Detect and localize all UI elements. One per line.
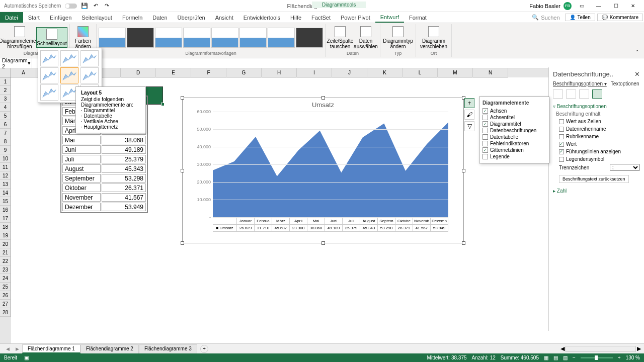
chart-element-option[interactable]: Fehlerindikatoren [482,140,546,147]
label-option[interactable]: Legendensymbol [553,155,640,163]
row-header-17[interactable]: 17 [0,214,11,223]
maximize-icon[interactable]: ☐ [609,1,623,11]
row-header-14[interactable]: 14 [0,189,11,197]
switch-row-col-button[interactable]: Zeile/Spalte tauschen [328,25,353,50]
section-label-options[interactable]: ▿ Beschriftungsoptionen [553,104,640,109]
label-option[interactable]: Führungslinien anzeigen [553,148,640,155]
ribbon-display-icon[interactable]: ▭ [575,1,589,11]
tab-daten[interactable]: Daten [147,12,172,23]
row-header-8[interactable]: 8 [0,137,11,146]
zoom-slider[interactable] [581,357,613,358]
table-cell[interactable]: 26.371 [102,184,146,192]
row-header-11[interactable]: 11 [0,163,11,171]
chart-element-option[interactable]: Datenbeschriftungen [482,127,546,134]
label-option[interactable]: Wert aus Zellen [553,118,640,125]
name-box[interactable]: Diagramm 2▾ [0,57,32,69]
label-option[interactable]: Datenreihenname [553,125,640,133]
table-cell[interactable]: Juli [62,155,101,163]
chart-element-option[interactable]: Legende [482,153,546,160]
tab-überprüfen[interactable]: Überprüfen [173,12,210,23]
table-cell[interactable]: Dezember [62,203,101,211]
chart-elements-flyout[interactable]: Diagrammelemente AchsenAchsentitelDiagra… [479,97,549,163]
tab-factset[interactable]: FactSet [306,12,336,23]
table-cell[interactable]: September [62,174,101,183]
layout-thumb-2[interactable] [60,50,78,66]
chart-element-option[interactable]: Datentabelle [482,134,546,140]
col-header-N[interactable]: N [473,68,508,77]
row-header-26[interactable]: 26 [0,291,11,300]
sheet-nav-prev[interactable]: ◀ [3,346,13,351]
label-options-icon[interactable] [592,89,602,99]
checkbox[interactable] [482,154,488,159]
row-header-2[interactable]: 2 [0,86,11,95]
row-header-1[interactable]: 1 [0,77,11,86]
tab-datei[interactable]: Datei [0,12,23,23]
table-cell[interactable]: November [62,193,101,202]
chart-element-option[interactable]: Diagrammtitel [482,121,546,127]
layout-thumb-3[interactable] [80,50,99,66]
row-header-22[interactable]: 22 [0,257,11,265]
col-header-A[interactable]: A [11,68,36,77]
autosave-toggle[interactable] [65,4,77,9]
checkbox[interactable] [559,149,564,154]
row-header-9[interactable]: 9 [0,146,11,154]
chart-object[interactable]: Umsatz -10.00020.00030.00040.00050.00060… [182,98,464,243]
change-chart-type-button[interactable]: Diagrammtyp ändern [382,25,414,50]
tab-ansicht[interactable]: Ansicht [210,12,238,23]
row-header-16[interactable]: 16 [0,206,11,214]
chart-element-option[interactable]: Achsentitel [482,114,546,121]
checkbox[interactable] [559,119,564,124]
tab-einfügen[interactable]: Einfügen [45,12,76,23]
chart-style-6[interactable] [239,28,267,48]
table-cell[interactable]: 53.949 [102,203,146,211]
chart-style-4[interactable] [183,28,210,48]
row-header-25[interactable]: 25 [0,283,11,291]
chart-style-1[interactable] [99,28,126,48]
checkbox[interactable] [559,127,564,132]
close-icon[interactable]: ✕ [626,1,640,11]
chart-plot-area[interactable]: -10.00020.00030.00040.00050.00060.000 [213,112,448,217]
col-header-F[interactable]: F [191,68,226,77]
table-cell[interactable]: Oktober [62,184,101,192]
macro-record-icon[interactable]: ▣ [24,355,29,360]
col-header-E[interactable]: E [156,68,191,77]
row-header-12[interactable]: 12 [0,171,11,180]
row-header-3[interactable]: 3 [0,95,11,103]
tab-entwurf[interactable]: Entwurf [375,12,404,23]
select-all-corner[interactable] [0,68,11,77]
effects-icon[interactable] [566,89,576,99]
checkbox[interactable] [482,134,488,140]
label-option[interactable]: Rubrikenname [553,133,640,140]
tab-entwicklertools[interactable]: Entwicklertools [238,12,285,23]
table-cell[interactable]: 53.298 [102,174,146,183]
chart-element-option[interactable]: Gitternetzlinien [482,147,546,153]
select-data-button[interactable]: Daten auswählen [354,25,378,50]
checkbox[interactable] [482,128,488,133]
layout-thumb-7[interactable] [40,84,58,101]
row-header-7[interactable]: 7 [0,129,11,137]
table-cell[interactable]: Juni [62,145,101,154]
checkbox[interactable] [482,147,488,153]
row-header-20[interactable]: 20 [0,240,11,248]
change-colors-button[interactable]: Farben ändern [72,25,94,50]
table-cell[interactable]: Mai [62,136,101,144]
checkbox[interactable] [559,134,564,139]
table-cell[interactable]: August [62,164,101,173]
view-normal-icon[interactable]: ▦ [544,355,548,360]
checkbox[interactable] [482,115,488,120]
redo-icon[interactable]: ↷ [103,3,110,10]
share-button[interactable]: 👤 Teilen [565,14,595,21]
sheet-nav-next[interactable]: ▶ [13,346,22,351]
layout-thumb-5[interactable] [60,67,78,83]
row-header-5[interactable]: 5 [0,112,11,120]
search-box[interactable]: 🔍 Suchen [532,14,559,21]
tab-format[interactable]: Format [404,12,432,23]
row-header-6[interactable]: 6 [0,120,11,129]
checkbox[interactable] [482,108,488,114]
tab-power pivot[interactable]: Power Pivot [336,12,375,23]
checkbox[interactable] [482,141,488,146]
chart-styles-button[interactable]: 🖌 [464,110,474,120]
chart-element-option[interactable]: Achsen [482,108,546,114]
section-number[interactable]: ▸ Zahl [553,188,640,194]
col-header-M[interactable]: M [438,68,473,77]
